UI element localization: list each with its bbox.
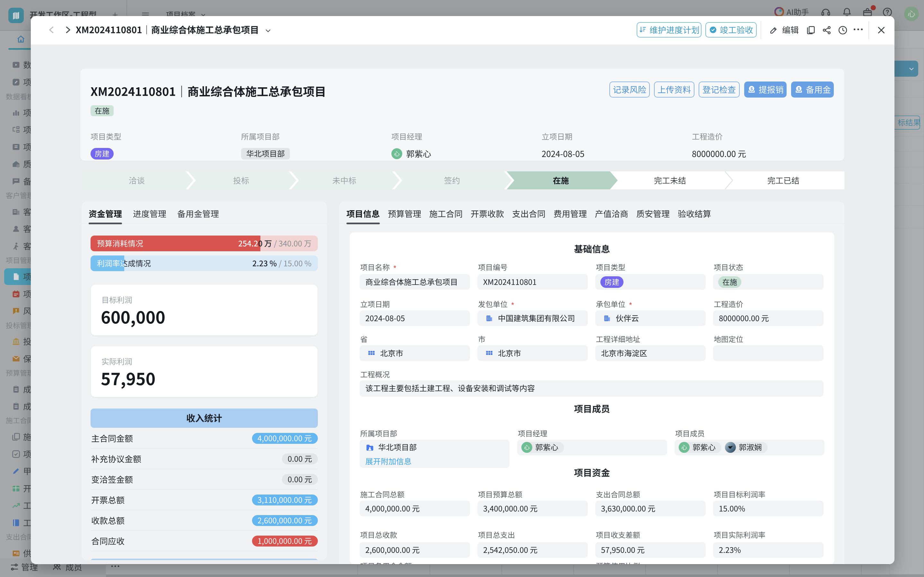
svg-text:$: $ [750, 86, 753, 91]
svg-text:$: $ [798, 86, 800, 91]
